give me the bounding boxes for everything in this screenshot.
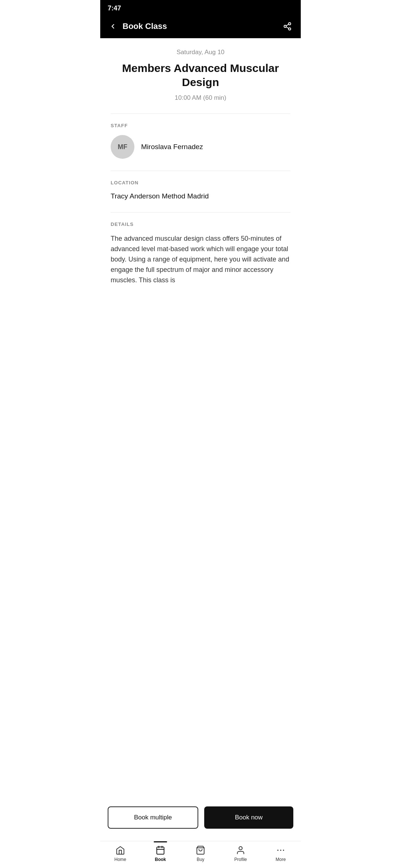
bottom-buttons: Book multiple Book now	[100, 800, 301, 835]
book-icon	[155, 845, 166, 855]
header-title: Book Class	[123, 22, 167, 31]
nav-item-book[interactable]: Book	[140, 845, 180, 862]
book-now-button[interactable]: Book now	[204, 806, 293, 829]
nav-item-buy[interactable]: Buy	[180, 845, 221, 862]
home-icon	[115, 845, 125, 855]
bottom-nav: Home Book Buy	[100, 841, 301, 868]
svg-point-10	[239, 846, 242, 850]
back-button[interactable]: Book Class	[108, 21, 167, 32]
staff-name: Miroslava Fernadez	[141, 143, 203, 151]
nav-label-home: Home	[114, 857, 126, 862]
divider-details	[111, 212, 290, 213]
svg-point-12	[280, 849, 281, 851]
profile-icon	[235, 845, 246, 855]
more-icon	[276, 845, 286, 855]
svg-point-11	[277, 849, 278, 851]
nav-active-indicator	[154, 841, 167, 842]
location-section-label: LOCATION	[111, 180, 290, 185]
back-icon	[108, 21, 118, 32]
nav-label-book: Book	[155, 857, 166, 862]
svg-point-13	[283, 849, 284, 851]
staff-row: MF Miroslava Fernadez	[111, 135, 290, 159]
details-section-label: DETAILS	[111, 221, 290, 227]
location-name: Tracy Anderson Method Madrid	[111, 192, 290, 200]
staff-avatar: MF	[111, 135, 134, 159]
app-header: Book Class	[100, 15, 301, 38]
staff-section-label: STAFF	[111, 123, 290, 128]
class-title: Members Advanced Muscular Design	[111, 61, 290, 89]
share-button[interactable]	[281, 20, 293, 32]
main-content: Saturday, Aug 10 Members Advanced Muscul…	[100, 38, 301, 337]
nav-label-more: More	[276, 857, 286, 862]
nav-item-more[interactable]: More	[261, 845, 301, 862]
nav-label-profile: Profile	[234, 857, 247, 862]
svg-rect-5	[157, 847, 164, 854]
class-date: Saturday, Aug 10	[111, 49, 290, 56]
nav-item-home[interactable]: Home	[100, 845, 140, 862]
nav-item-profile[interactable]: Profile	[221, 845, 261, 862]
nav-label-buy: Buy	[197, 857, 205, 862]
details-text: The advanced muscular design class offer…	[111, 234, 290, 285]
class-time: 10:00 AM (60 min)	[111, 94, 290, 102]
svg-line-4	[286, 24, 289, 26]
svg-line-3	[286, 27, 289, 29]
divider-location	[111, 171, 290, 171]
staff-avatar-initials: MF	[118, 143, 127, 151]
divider-staff	[111, 114, 290, 114]
buy-icon	[195, 845, 206, 855]
status-time: 7:47	[108, 4, 121, 12]
status-bar: 7:47	[100, 0, 301, 15]
book-multiple-button[interactable]: Book multiple	[108, 806, 198, 829]
